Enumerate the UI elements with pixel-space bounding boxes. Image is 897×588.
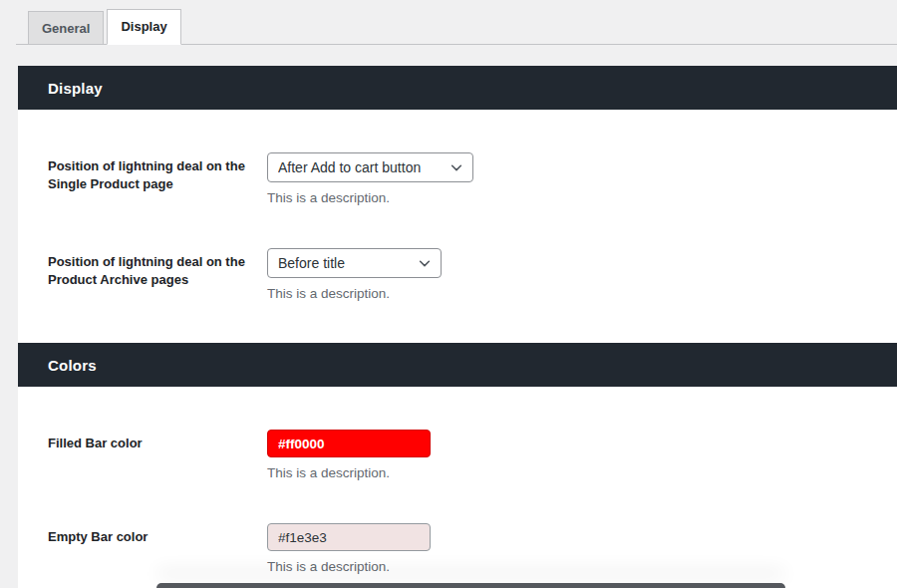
field-description: This is a description. (267, 465, 431, 480)
field-control: This is a description. (267, 523, 431, 574)
section-header-colors: Colors (18, 343, 897, 387)
section-title: Display (48, 80, 103, 97)
filled-bar-color-input[interactable] (267, 430, 431, 457)
tab-general[interactable]: General (28, 11, 104, 45)
archive-position-select-wrap: Before title (267, 248, 442, 278)
single-product-position-select-wrap: After Add to cart button (267, 152, 473, 182)
field-description: This is a description. (267, 286, 442, 301)
section-header-display: Display (18, 66, 897, 110)
field-label: Filled Bar color (48, 430, 267, 480)
tab-bar: General Display (16, 0, 897, 45)
archive-position-select[interactable]: Before title (267, 248, 442, 278)
section-body-colors: Filled Bar color This is a description. … (18, 430, 897, 588)
field-description: This is a description. (267, 559, 431, 574)
field-control: After Add to cart button This is a descr… (267, 152, 473, 205)
field-label: Empty Bar color (48, 523, 267, 574)
tabs-row: General Display (16, 9, 897, 44)
field-row-empty-bar-color: Empty Bar color This is a description. (48, 523, 897, 574)
field-row-single-product-position: Position of lightning deal on the Single… (48, 152, 897, 205)
section-body-display: Position of lightning deal on the Single… (18, 152, 897, 343)
field-label: Position of lightning deal on the Produc… (48, 248, 267, 301)
bottom-overlay-edge (156, 583, 785, 588)
field-label: Position of lightning deal on the Single… (48, 152, 267, 205)
settings-panel: Display Position of lightning deal on th… (18, 66, 897, 588)
single-product-position-select[interactable]: After Add to cart button (267, 152, 473, 182)
field-row-archive-position: Position of lightning deal on the Produc… (48, 248, 897, 301)
tab-display[interactable]: Display (107, 9, 180, 45)
empty-bar-color-input[interactable] (267, 523, 431, 551)
section-title: Colors (48, 357, 97, 374)
field-control: This is a description. (267, 430, 431, 480)
field-row-filled-bar-color: Filled Bar color This is a description. (48, 430, 897, 480)
field-description: This is a description. (267, 190, 473, 205)
field-control: Before title This is a description. (267, 248, 442, 301)
